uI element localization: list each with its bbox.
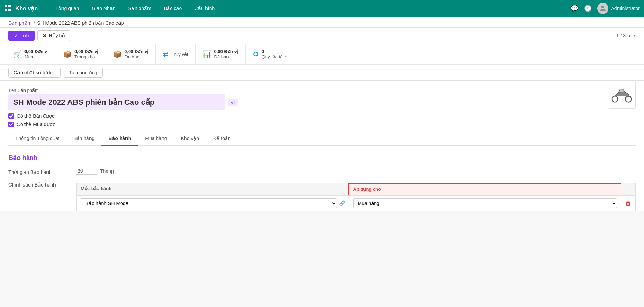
smart-btn-quy-tac-value: 0 — [262, 49, 291, 54]
prev-page-button[interactable]: ‹ — [629, 32, 631, 39]
breadcrumb-parent[interactable]: Sản phẩm — [8, 20, 31, 26]
product-image[interactable] — [608, 81, 636, 109]
tai-cung-ung-button[interactable]: Tái cung ứng — [64, 68, 103, 78]
smart-btn-du-bao-value: 0,00 Đơn vị — [124, 49, 149, 54]
grid-icon[interactable] — [4, 5, 11, 13]
breadcrumb: Sản phẩm / SH Mode 2022 ABS phiên bản Ca… — [8, 20, 636, 26]
clock-icon[interactable]: 🕐 — [584, 5, 592, 12]
nav-san-pham[interactable]: Sản phẩm — [122, 0, 158, 17]
breadcrumb-sep: / — [34, 20, 35, 26]
td-ap-dung-cho: Mua hàng Bán hàng Tất cả — [349, 196, 622, 211]
user-name: Administrator — [611, 6, 640, 11]
smart-btn-mua-text: 0,00 Đơn vị Mua — [24, 49, 49, 59]
user-menu[interactable]: Administrator — [597, 3, 640, 14]
smart-btn-mua-label: Mua — [24, 54, 49, 59]
pagination-text: 1 / 3 — [616, 33, 626, 38]
smart-btn-trong-kho-label: Trong kho — [74, 54, 99, 59]
smart-btn-mua[interactable]: 🛒 0,00 Đơn vị Mua — [6, 44, 56, 64]
col-ap-dung-cho: Áp dụng cho — [348, 183, 622, 195]
svg-rect-1 — [8, 5, 11, 7]
form-area: Tên Sản phẩm VI Có thể Bán được Có thể M… — [0, 81, 644, 146]
smart-btn-trong-kho-value: 0,00 Đơn vị — [74, 49, 99, 54]
smart-btn-da-ban[interactable]: 📊 0,00 Đơn vị Đã bán — [196, 44, 246, 64]
smart-btn-du-bao[interactable]: 📦 0,00 Đơn vị Dự báo — [106, 44, 156, 64]
policy-row: Chính sách Bảo hành Mốc bảo hành Áp dụng… — [8, 180, 636, 211]
policy-label: Chính sách Bảo hành — [8, 180, 68, 188]
checkmark-icon: ✔ — [14, 33, 18, 38]
can-sell-checkbox[interactable] — [8, 113, 14, 119]
cancel-label: Hủy bỏ — [49, 33, 65, 38]
chart-icon: 📊 — [203, 50, 211, 58]
breadcrumb-bar: Sản phẩm / SH Mode 2022 ABS phiên bản Ca… — [0, 17, 644, 28]
cancel-button[interactable]: ✖ Hủy bỏ — [37, 30, 71, 41]
avatar — [597, 3, 608, 14]
td-moc-bao-hanh: Bảo hành SH Mode 🔗 — [77, 196, 349, 211]
save-label: Lưu — [20, 33, 29, 38]
smart-btn-trong-kho[interactable]: 📦 0,00 Đơn vị Trong kho — [56, 44, 106, 64]
chat-icon[interactable]: 💬 — [571, 5, 578, 12]
pagination: 1 / 3 ‹ › — [616, 32, 636, 39]
tab-tong-quat[interactable]: Thông tin Tổng quát — [8, 132, 66, 146]
smart-btn-truy-vet-label: Truy vết — [172, 52, 188, 57]
x-icon: ✖ — [43, 33, 47, 38]
can-buy-label: Có thể Mua được — [17, 122, 55, 127]
product-name-input[interactable] — [8, 94, 225, 110]
smart-btn-quy-tac[interactable]: ♻ 0 Quy tắc tái c... — [246, 44, 298, 64]
nav-giao-nhan[interactable]: Giao Nhận — [85, 0, 122, 17]
cart-icon: 🛒 — [13, 50, 22, 58]
action-left: ✔ Lưu ✖ Hủy bỏ — [8, 30, 70, 41]
moc-bao-hanh-select[interactable]: Bảo hành SH Mode — [81, 198, 337, 208]
ap-dung-cho-select[interactable]: Mua hàng Bán hàng Tất cả — [353, 198, 617, 208]
duration-label: Thời gian Bảo hành — [8, 167, 68, 175]
smart-btn-trong-kho-text: 0,00 Đơn vị Trong kho — [74, 49, 99, 59]
nav-tong-quan[interactable]: Tổng quan — [49, 0, 85, 17]
col-moc-bao-hanh: Mốc bảo hành — [77, 183, 348, 195]
warranty-section: Bảo hành Thời gian Bảo hành Tháng Chính … — [0, 146, 644, 211]
svg-rect-0 — [5, 5, 7, 7]
action-bar: ✔ Lưu ✖ Hủy bỏ 1 / 3 ‹ › — [0, 28, 644, 44]
smart-btn-truy-vet-text: Truy vết — [172, 52, 188, 57]
smart-btn-quy-tac-label: Quy tắc tái c... — [262, 54, 291, 59]
breadcrumb-current: SH Mode 2022 ABS phiên bản Cao cấp — [37, 20, 124, 26]
recycle-icon: ♻ — [253, 50, 259, 58]
svg-rect-3 — [8, 9, 11, 11]
extra-btn-bar: Cập nhật số lượng Tái cung ứng — [0, 65, 644, 81]
boxes-icon: 📦 — [63, 50, 72, 58]
can-buy-row: Có thể Mua được — [8, 122, 636, 127]
tab-ke-toan[interactable]: Kế toán — [206, 132, 237, 146]
nav-cau-hinh[interactable]: Cấu hình — [188, 0, 221, 17]
svg-rect-7 — [620, 89, 623, 92]
smart-btn-da-ban-value: 0,00 Đơn vị — [214, 49, 238, 54]
delete-row-button[interactable]: 🗑 — [621, 200, 635, 207]
smart-btn-du-bao-text: 0,00 Đơn vị Dự báo — [124, 49, 149, 59]
warranty-table-row: Bảo hành SH Mode 🔗 Mua hàng Bán hàng Tất… — [76, 195, 636, 211]
lang-badge: VI — [228, 99, 238, 106]
warranty-title: Bảo hành — [8, 154, 636, 162]
smart-btn-da-ban-text: 0,00 Đơn vị Đã bán — [214, 49, 238, 59]
can-sell-label: Có thể Bán được — [17, 113, 55, 119]
nav-right: 💬 🕐 Administrator — [571, 3, 640, 14]
ext-link-icon[interactable]: 🔗 — [339, 200, 345, 206]
svg-rect-2 — [5, 9, 7, 11]
warranty-table: Mốc bảo hành Áp dụng cho Bảo hành SH Mod… — [76, 183, 636, 211]
smart-btn-mua-value: 0,00 Đơn vị — [24, 49, 49, 54]
smart-buttons-bar: 🛒 0,00 Đơn vị Mua 📦 0,00 Đơn vị Trong kh… — [0, 44, 644, 65]
tab-mua-hang[interactable]: Mua hàng — [138, 132, 174, 146]
smart-btn-du-bao-label: Dự báo — [124, 54, 149, 59]
can-sell-row: Có thể Bán được — [8, 113, 636, 119]
warranty-table-header: Mốc bảo hành Áp dụng cho — [76, 183, 636, 195]
svg-point-4 — [601, 6, 604, 8]
nav-bao-cao[interactable]: Báo cáo — [158, 0, 188, 17]
policy-value-wrap: Mốc bảo hành Áp dụng cho Bảo hành SH Mod… — [76, 180, 636, 211]
cap-nhat-so-luong-button[interactable]: Cập nhật số lượng — [8, 68, 61, 78]
next-page-button[interactable]: › — [634, 32, 636, 39]
tab-kho-van[interactable]: Kho vận — [174, 132, 207, 146]
duration-row: Thời gian Bảo hành Tháng — [8, 167, 636, 175]
can-buy-checkbox[interactable] — [8, 122, 14, 127]
tab-ban-hang[interactable]: Bán hàng — [66, 132, 101, 146]
duration-unit: Tháng — [100, 168, 114, 174]
tab-bao-hanh[interactable]: Bảo hành — [101, 132, 138, 146]
save-button[interactable]: ✔ Lưu — [8, 31, 35, 41]
duration-input[interactable] — [76, 167, 97, 175]
smart-btn-truy-vet[interactable]: ⇄ Truy vết — [156, 44, 195, 64]
